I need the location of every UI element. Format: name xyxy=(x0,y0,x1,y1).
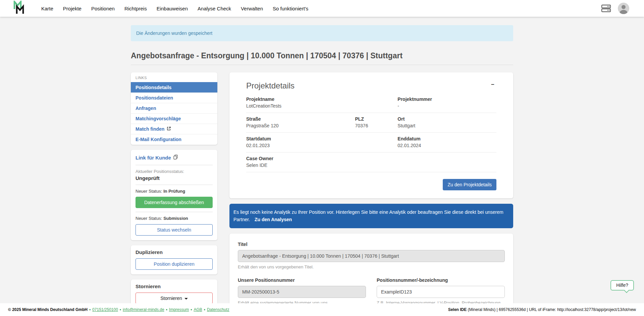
footer-left: © 2025 Mineral Minds Deutschland GmbH • … xyxy=(8,307,229,312)
strasse-value: Pragstraße 120 xyxy=(246,123,355,128)
user-avatar[interactable] xyxy=(618,3,629,14)
footer-session-info: Selen IDE (Mineral Minds) | 69576255536d… xyxy=(448,307,636,312)
next-status-value: In Prüfung xyxy=(163,189,185,194)
top-navbar: Karte Projekte Positionen Richtpreis Ein… xyxy=(0,0,644,17)
status-card: Link für Kunde Aktueller Positionsstatus… xyxy=(131,150,217,240)
case-owner-value: Selen IDE xyxy=(246,163,496,168)
ort-label: Ort xyxy=(397,116,496,122)
enddatum-value: 02.01.2024 xyxy=(397,143,496,148)
chevron-down-icon xyxy=(184,298,188,300)
sidebar-item-positionsdateien[interactable]: Positionsdateien xyxy=(131,92,217,103)
logo-mm-icon xyxy=(13,1,25,16)
footer-impressum-link[interactable]: Impressum xyxy=(169,307,189,312)
current-status-label: Aktueller Positionsstatus: xyxy=(136,169,213,174)
nav-item-richtpreis[interactable]: Richtpreis xyxy=(124,6,147,11)
footer: © 2025 Mineral Minds Deutschland GmbH • … xyxy=(0,303,644,316)
footer-agb-link[interactable]: AGB xyxy=(194,307,202,312)
titel-helper: Erhält den von uns vorgegebenen Titel. xyxy=(238,264,505,269)
nav-item-verwalten[interactable]: Verwalten xyxy=(241,6,263,11)
server-icon[interactable] xyxy=(601,4,611,12)
complete-data-entry-button[interactable]: Datenerfassung abschließen xyxy=(136,197,213,208)
next-status-label: Neuer Status: xyxy=(136,189,162,194)
sidebar-item-label: Match finden xyxy=(136,126,164,132)
next-status-line-1: Neuer Status: In Prüfung xyxy=(136,189,213,194)
sidebar-item-anfragen[interactable]: Anfragen xyxy=(131,103,217,113)
duplicate-card-title: Duplizieren xyxy=(136,249,213,255)
copy-icon[interactable] xyxy=(173,154,178,161)
projektname-value: LotCreationTests xyxy=(246,103,397,109)
page-content: Die Änderungen wurden gespeichert Angebo… xyxy=(131,25,513,316)
nav-item-einbauweisen[interactable]: Einbauweisen xyxy=(157,6,188,11)
sidebar: LINKS Positionsdetails Positionsdateien … xyxy=(131,72,217,309)
nav-item-karte[interactable]: Karte xyxy=(41,6,53,11)
mineral-minds-logo[interactable] xyxy=(13,1,25,16)
links-card-header: LINKS xyxy=(131,72,217,82)
sidebar-item-positionsdetails[interactable]: Positionsdetails xyxy=(131,82,217,92)
go-to-analyses-link[interactable]: Zu den Analysen xyxy=(255,217,292,222)
sidebar-item-match-finden[interactable]: Match finden xyxy=(131,124,217,134)
project-row-name-number: Projektname LotCreationTests Projektnumm… xyxy=(246,93,496,113)
session-user: Selen IDE xyxy=(448,307,467,312)
plz-value: 70376 xyxy=(355,123,398,128)
strasse-label: Straße xyxy=(246,116,355,122)
project-details-card: Projektdetails − Projektname LotCreation… xyxy=(229,72,513,198)
footer-separator: • xyxy=(191,307,192,312)
change-status-button[interactable]: Status wechseln xyxy=(136,224,213,236)
nav-item-so-funktionierts[interactable]: So funktioniert's xyxy=(273,6,308,11)
custom-position-number-label: Positionsnummer/-bezeichnung xyxy=(377,277,505,283)
divider xyxy=(136,212,213,212)
go-to-project-details-button[interactable]: Zu den Projektdetails xyxy=(443,179,496,190)
startdatum-value: 02.01.2023 xyxy=(246,143,397,148)
our-position-number-input xyxy=(238,286,366,298)
case-owner-label: Case Owner xyxy=(246,156,496,161)
main-nav: Karte Projekte Positionen Richtpreis Ein… xyxy=(41,6,308,11)
titel-field-group: Titel Erhält den von uns vorgegebenen Ti… xyxy=(238,242,505,269)
next-status-label: Neuer Status: xyxy=(136,216,162,221)
titel-label: Titel xyxy=(238,242,505,247)
next-status-line-2: Neuer Status: Submission xyxy=(136,216,213,221)
custom-position-number-input[interactable] xyxy=(377,286,505,298)
ort-value: Stuttgart xyxy=(397,123,496,128)
project-row-dates: Startdatum 02.01.2023 Enddatum 02.01.202… xyxy=(246,133,496,152)
plz-label: PLZ xyxy=(355,116,398,122)
divider xyxy=(136,165,213,165)
external-link-icon xyxy=(167,126,171,132)
custom-position-number-group: Positionsnummer/-bezeichnung Z.B. Intern… xyxy=(377,277,505,305)
projektname-label: Projektname xyxy=(246,97,397,102)
session-details: (Mineral Minds) | 69576255536d | URL of … xyxy=(467,307,636,312)
collapse-button[interactable]: − xyxy=(489,81,496,88)
project-details-title: Projektdetails xyxy=(246,81,294,90)
success-alert: Die Änderungen wurden gespeichert xyxy=(131,25,513,41)
cancel-card-title: Stornieren xyxy=(136,283,213,289)
duplicate-position-button[interactable]: Position duplizieren xyxy=(136,258,213,270)
analytics-banner: Es liegt noch keine Analytik zu Ihrer Po… xyxy=(229,204,513,228)
person-icon xyxy=(618,3,629,14)
our-position-number-label: Unsere Positionsnummer xyxy=(238,277,366,283)
nav-item-positionen[interactable]: Positionen xyxy=(91,6,115,11)
nav-item-projekte[interactable]: Projekte xyxy=(63,6,82,11)
enddatum-label: Enddatum xyxy=(397,136,496,141)
projektnummer-label: Projektnummer xyxy=(397,97,496,102)
footer-separator: • xyxy=(166,307,167,312)
current-status-value: Ungeprüft xyxy=(136,175,213,181)
next-status-value: Submission xyxy=(163,216,188,221)
titel-input xyxy=(238,250,505,262)
divider xyxy=(136,185,213,185)
page-title: Angebotsanfrage - Entsorgung | 10.000 To… xyxy=(131,51,513,65)
project-row-address: Straße Pragstraße 120 PLZ 70376 Ort Stut… xyxy=(246,113,496,133)
nav-item-analyse-check[interactable]: Analyse Check xyxy=(198,6,231,11)
startdatum-label: Startdatum xyxy=(246,136,397,141)
footer-phone-link[interactable]: 07151/250100 xyxy=(92,307,118,312)
navbar-right xyxy=(601,3,629,14)
footer-email-link[interactable]: info@mineral-minds.de xyxy=(123,307,164,312)
sidebar-item-email-konfiguration[interactable]: E-Mail Konfiguration xyxy=(131,134,217,144)
customer-link[interactable]: Link für Kunde xyxy=(136,155,171,161)
projektnummer-value: - xyxy=(397,103,496,109)
main-content: Projektdetails − Projektname LotCreation… xyxy=(229,72,513,316)
cancel-dropdown-button[interactable]: Stornieren xyxy=(136,293,213,304)
our-position-number-group: Unsere Positionsnummer Erhält eine syste… xyxy=(238,277,366,305)
sidebar-item-matchingvorschlaege[interactable]: Matchingvorschläge xyxy=(131,113,217,124)
footer-separator: • xyxy=(204,307,205,312)
footer-datenschutz-link[interactable]: Datenschutz xyxy=(207,307,229,312)
help-button[interactable]: Hilfe? xyxy=(610,280,634,291)
